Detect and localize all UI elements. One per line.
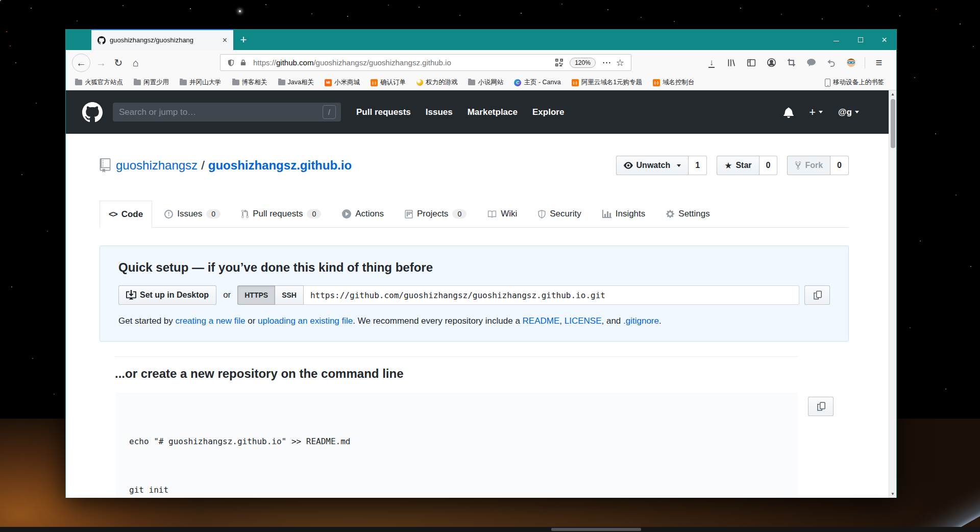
window-close-button[interactable]: × (872, 29, 896, 50)
bookmark-item[interactable]: 博客相关 (232, 78, 267, 87)
star-icon: ★ (724, 161, 732, 170)
gitignore-link[interactable]: .gitignore (623, 316, 659, 326)
bookmark-item[interactable]: Java相关 (278, 78, 314, 87)
star-button[interactable]: ★ Star (717, 156, 759, 175)
protocol-https-button[interactable]: HTTPS (237, 285, 275, 305)
scrollbar-thumb[interactable] (891, 99, 895, 148)
tab-insights[interactable]: Insights (594, 201, 654, 227)
bookmark-item[interactable]: 闲置少用 (134, 78, 169, 87)
tab-actions[interactable]: Actions (333, 201, 393, 227)
setup-in-desktop-button[interactable]: Set up in Desktop (118, 285, 216, 305)
tab-pull-requests[interactable]: Pull requests 0 (233, 201, 330, 227)
page-scrollbar[interactable]: ▲ ▼ (889, 90, 896, 498)
aliyun-icon: (-) (572, 79, 579, 86)
taskbar[interactable] (0, 527, 980, 532)
section-divider (115, 356, 798, 357)
bookmark-item[interactable]: (-)确认订单 (371, 78, 406, 87)
bookmark-item[interactable]: C主页 - Canva (514, 78, 560, 87)
tab-settings[interactable]: Settings (657, 201, 718, 227)
star-count[interactable]: 0 (760, 156, 778, 175)
window-maximize-button[interactable] (848, 29, 872, 50)
bookmark-item[interactable]: 火狐官方站点 (75, 78, 123, 87)
folder-icon (232, 80, 239, 85)
zoom-level-button[interactable]: 120% (570, 58, 596, 68)
nav-issues[interactable]: Issues (426, 107, 453, 117)
gear-icon (666, 209, 674, 219)
watch-count[interactable]: 1 (689, 156, 707, 175)
scroll-up-icon[interactable]: ▲ (891, 90, 895, 98)
tab-security[interactable]: Security (529, 201, 590, 227)
folder-icon (75, 80, 82, 85)
tracking-shield-icon[interactable] (227, 59, 235, 67)
library-button[interactable] (725, 58, 738, 67)
github-search-box[interactable]: / (113, 103, 341, 122)
taskbar-segment[interactable] (551, 528, 641, 531)
repo-name-link[interactable]: guoshizhangsz.github.io (208, 158, 352, 173)
tab-wiki[interactable]: Wiki (479, 201, 526, 227)
wiki-book-icon (487, 210, 497, 219)
lock-icon[interactable] (240, 59, 247, 66)
nav-pull-requests[interactable]: Pull requests (356, 107, 411, 117)
gold-ball-icon (416, 79, 423, 86)
tab-issues[interactable]: ! Issues 0 (156, 201, 229, 227)
navigation-toolbar: ← → ↻ ⌂ https://github.com/guoshizhangsz… (66, 50, 896, 75)
sidebar-button[interactable] (745, 58, 757, 67)
forward-button[interactable]: → (93, 55, 109, 70)
bookmark-item[interactable]: MI小米商城 (325, 78, 360, 87)
create-new-file-link[interactable]: creating a new file (176, 316, 246, 326)
fork-button[interactable]: Fork (787, 156, 830, 175)
fork-count[interactable]: 0 (830, 156, 849, 175)
download-icon: ↓ (709, 58, 714, 68)
tab-projects[interactable]: Projects 0 (396, 201, 475, 227)
tab-close-icon[interactable]: × (220, 35, 229, 45)
upload-existing-file-link[interactable]: uploading an existing file (258, 316, 353, 326)
scroll-down-icon[interactable]: ▼ (891, 490, 895, 498)
bookmark-item[interactable]: 权力的游戏 (416, 78, 458, 87)
notifications-bell-icon[interactable] (783, 107, 794, 118)
url-bar[interactable]: https://github.com/guoshizhangsz/guoshiz… (220, 54, 631, 71)
clipboard-icon (813, 290, 822, 300)
mobile-bookmarks-item[interactable]: 移动设备上的书签 (825, 78, 887, 87)
home-button[interactable]: ⌂ (128, 55, 143, 70)
tab-code[interactable]: <> Code (100, 201, 152, 228)
bookmark-item[interactable]: 井冈山大学 (180, 78, 222, 87)
back-button[interactable]: ← (72, 54, 90, 72)
menu-button[interactable]: ≡ (873, 56, 885, 69)
browser-tab[interactable]: guoshizhangsz/guoshizhang × (91, 29, 233, 50)
github-header: / Pull requests Issues Marketplace Explo… (66, 90, 890, 134)
chat-extension-button[interactable] (805, 58, 817, 67)
browser-titlebar[interactable]: guoshizhangsz/guoshizhang × + × (66, 29, 896, 50)
url-text[interactable]: https://github.com/guoshizhangsz/guoshiz… (253, 58, 553, 67)
new-tab-button[interactable]: + (233, 29, 254, 50)
octocat-logo-icon[interactable] (82, 102, 103, 123)
downloads-button[interactable]: ↓ (705, 58, 718, 68)
protocol-ssh-button[interactable]: SSH (275, 285, 304, 305)
bookmark-item[interactable]: (-)阿里云域名1元购专题 (572, 78, 642, 87)
qr-code-icon[interactable] (555, 59, 563, 66)
user-menu-button[interactable]: @g (838, 107, 859, 117)
avatar-extension-icon[interactable] (845, 58, 857, 67)
bookmark-item[interactable]: 小说网站 (468, 78, 503, 87)
license-link[interactable]: LICENSE (565, 316, 602, 326)
bookmark-item[interactable]: (-)域名控制台 (653, 78, 695, 87)
copy-clone-url-button[interactable] (804, 285, 830, 305)
create-new-button[interactable]: + (809, 106, 823, 119)
browser-window: guoshizhangsz/guoshizhang × + × ← → ↻ ⌂ … (65, 29, 897, 498)
account-button[interactable] (765, 58, 777, 67)
screenshot-crop-button[interactable] (785, 58, 797, 67)
readme-link[interactable]: README (523, 316, 560, 326)
undo-extension-button[interactable] (825, 59, 837, 67)
nav-explore[interactable]: Explore (532, 107, 564, 117)
bookmark-star-icon[interactable]: ☆ (616, 57, 624, 68)
unwatch-button[interactable]: Unwatch (616, 156, 689, 175)
clone-url-input[interactable] (304, 285, 799, 305)
hamburger-icon: ≡ (876, 56, 883, 69)
reload-button[interactable]: ↻ (111, 55, 126, 70)
github-search-input[interactable] (118, 107, 323, 118)
copy-commands-button[interactable] (808, 397, 834, 416)
page-actions-more-icon[interactable]: ⋯ (602, 57, 611, 68)
window-minimize-button[interactable] (824, 29, 848, 50)
slash-key-hint: / (323, 105, 336, 119)
repo-owner-link[interactable]: guoshizhangsz (116, 158, 198, 173)
nav-marketplace[interactable]: Marketplace (468, 107, 518, 117)
